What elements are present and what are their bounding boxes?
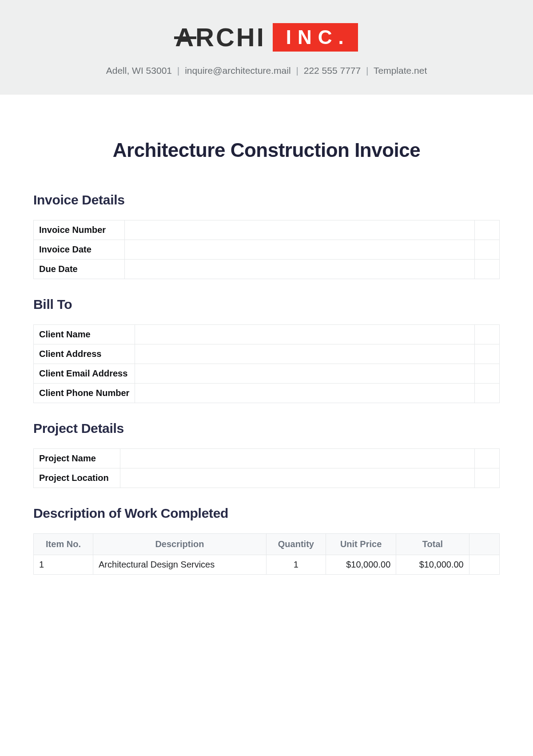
field-label: Project Location <box>34 468 120 488</box>
field-value[interactable] <box>125 240 475 260</box>
section-heading-work-completed: Description of Work Completed <box>33 506 500 521</box>
spacer-cell <box>475 468 500 488</box>
col-header-description: Description <box>93 534 266 555</box>
cell-itemno: 1 <box>34 555 93 575</box>
field-value[interactable] <box>135 344 475 364</box>
page-title: Architecture Construction Invoice <box>33 139 500 161</box>
contact-line: Adell, WI 53001 | inquire@architecture.m… <box>0 65 533 76</box>
spacer-cell <box>475 260 500 279</box>
section-heading-bill-to: Bill To <box>33 297 500 312</box>
logo-badge: INC. <box>273 23 358 52</box>
section-heading-invoice-details: Invoice Details <box>33 192 500 208</box>
separator: | <box>296 65 298 76</box>
field-value[interactable] <box>135 325 475 344</box>
field-value[interactable] <box>135 384 475 403</box>
contact-phone: 222 555 7777 <box>304 65 361 76</box>
field-label: Due Date <box>34 260 125 279</box>
logo-wordmark: ARCHI <box>175 22 266 52</box>
document-body: Architecture Construction Invoice Invoic… <box>0 95 533 575</box>
spacer-cell <box>475 449 500 468</box>
project-details-table: Project Name Project Location <box>33 448 500 488</box>
spacer-cell <box>475 364 500 384</box>
spacer-cell <box>469 534 499 555</box>
table-row: Client Address <box>34 344 500 364</box>
field-label: Client Name <box>34 325 135 344</box>
spacer-cell <box>469 555 499 575</box>
table-row: Client Name <box>34 325 500 344</box>
field-label: Invoice Date <box>34 240 125 260</box>
cell-description: Architectural Design Services <box>93 555 266 575</box>
header-banner: ARCHI INC. Adell, WI 53001 | inquire@arc… <box>0 0 533 95</box>
table-header-row: Item No. Description Quantity Unit Price… <box>34 534 500 555</box>
field-value[interactable] <box>120 449 475 468</box>
section-heading-project-details: Project Details <box>33 421 500 436</box>
col-header-unit-price: Unit Price <box>326 534 396 555</box>
field-value[interactable] <box>125 260 475 279</box>
field-label: Client Phone Number <box>34 384 135 403</box>
separator: | <box>366 65 368 76</box>
col-header-total: Total <box>396 534 469 555</box>
bill-to-table: Client Name Client Address Client Email … <box>33 324 500 403</box>
spacer-cell <box>475 220 500 240</box>
contact-address: Adell, WI 53001 <box>106 65 172 76</box>
col-header-quantity: Quantity <box>266 534 326 555</box>
work-items-table: Item No. Description Quantity Unit Price… <box>33 533 500 575</box>
cell-quantity: 1 <box>266 555 326 575</box>
contact-email: inquire@architecture.mail <box>185 65 290 76</box>
logo: ARCHI INC. <box>175 22 358 52</box>
field-label: Project Name <box>34 449 120 468</box>
field-value[interactable] <box>135 364 475 384</box>
table-row: Invoice Date <box>34 240 500 260</box>
table-row: Project Name <box>34 449 500 468</box>
table-row: Client Phone Number <box>34 384 500 403</box>
cell-unit-price: $10,000.00 <box>326 555 396 575</box>
table-row: Client Email Address <box>34 364 500 384</box>
field-value[interactable] <box>125 220 475 240</box>
table-row: Invoice Number <box>34 220 500 240</box>
invoice-details-table: Invoice Number Invoice Date Due Date <box>33 220 500 279</box>
field-label: Client Address <box>34 344 135 364</box>
contact-site: Template.net <box>374 65 427 76</box>
separator: | <box>177 65 179 76</box>
field-label: Invoice Number <box>34 220 125 240</box>
spacer-cell <box>475 384 500 403</box>
col-header-itemno: Item No. <box>34 534 93 555</box>
field-value[interactable] <box>120 468 475 488</box>
table-row: 1 Architectural Design Services 1 $10,00… <box>34 555 500 575</box>
field-label: Client Email Address <box>34 364 135 384</box>
spacer-cell <box>475 325 500 344</box>
table-row: Due Date <box>34 260 500 279</box>
spacer-cell <box>475 344 500 364</box>
spacer-cell <box>475 240 500 260</box>
table-row: Project Location <box>34 468 500 488</box>
cell-total: $10,000.00 <box>396 555 469 575</box>
